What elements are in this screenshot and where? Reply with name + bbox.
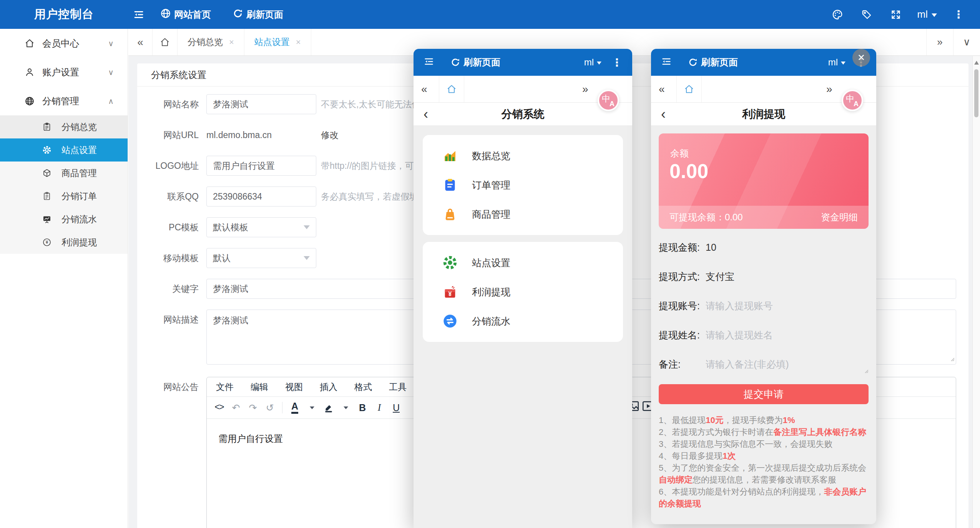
tag-icon[interactable] bbox=[852, 0, 881, 29]
tab-site-settings[interactable]: 站点设置 × bbox=[244, 29, 311, 55]
italic-icon[interactable]: I bbox=[371, 399, 388, 416]
menu-item-data-overview[interactable]: 数据总览 bbox=[423, 141, 623, 170]
sidebar-item-product-management[interactable]: 商品管理 bbox=[0, 162, 128, 185]
contact-qq-input[interactable] bbox=[206, 187, 316, 207]
field-label: 提现账号: bbox=[659, 300, 706, 312]
field-helper: 带http://的图片链接，可以 bbox=[321, 156, 423, 176]
close-icon[interactable]: × bbox=[229, 37, 234, 47]
menu-item-site-settings[interactable]: 站点设置 bbox=[423, 248, 623, 277]
text-color-caret[interactable] bbox=[303, 399, 320, 416]
field-label: 网站名称 bbox=[137, 94, 206, 114]
more-menu-icon[interactable]: ⋮ bbox=[611, 56, 622, 69]
sidebar-item-member-center[interactable]: 会员中心 ∨ bbox=[0, 29, 128, 58]
editor-menu-edit[interactable]: 编辑 bbox=[251, 381, 268, 393]
translate-avatar[interactable]: 中 A bbox=[842, 90, 863, 111]
tabs-scroll-left-button[interactable]: « bbox=[128, 29, 152, 55]
tab-distribution-overview[interactable]: 分销总览 × bbox=[178, 29, 244, 55]
tab-home[interactable] bbox=[676, 76, 702, 102]
menu-item-product-management[interactable]: 商品管理 bbox=[423, 200, 623, 229]
withdraw-row-remark: 备注: bbox=[659, 350, 869, 379]
select-value: 默认模板 bbox=[213, 222, 248, 233]
tabs-scroll-left-button[interactable]: « bbox=[659, 83, 676, 95]
back-icon[interactable]: ‹ bbox=[661, 107, 666, 121]
text-color-button[interactable]: A bbox=[286, 399, 303, 416]
tab-home[interactable] bbox=[152, 29, 178, 55]
close-modal-button[interactable]: ✕ bbox=[852, 49, 870, 67]
funds-detail-link[interactable]: 资金明细 bbox=[821, 211, 858, 223]
highlight-color-caret[interactable] bbox=[337, 399, 354, 416]
back-icon[interactable]: ‹ bbox=[424, 107, 428, 121]
menu-item-order-management[interactable]: 订单管理 bbox=[423, 170, 623, 200]
sidebar-fold-icon[interactable] bbox=[424, 56, 434, 68]
translate-avatar[interactable]: 中 A bbox=[598, 90, 619, 111]
mobile-template-select[interactable]: 默认 bbox=[206, 248, 316, 268]
editor-menu-tools[interactable]: 工具 bbox=[389, 381, 407, 393]
withdraw-method-value[interactable]: 支付宝 bbox=[706, 270, 734, 283]
sidebar-item-distribution[interactable]: 分销管理 ∧ bbox=[0, 87, 128, 115]
tabs-scroll-right-button[interactable]: » bbox=[926, 29, 953, 55]
theme-palette-icon[interactable] bbox=[823, 0, 852, 29]
sidebar-item-distribution-flow[interactable]: 分销流水 bbox=[0, 208, 128, 231]
sidebar-fold-icon[interactable] bbox=[128, 0, 149, 29]
refresh-page-button[interactable]: 刷新页面 bbox=[688, 56, 738, 68]
highlight-color-button[interactable] bbox=[320, 399, 337, 416]
menu-item-label: 分销流水 bbox=[472, 315, 510, 328]
menu-item-distribution-flow[interactable]: 分销流水 bbox=[423, 306, 623, 336]
logo-url-input[interactable] bbox=[206, 156, 316, 176]
more-menu-icon[interactable]: ⋮ bbox=[944, 0, 973, 29]
resize-grip-icon[interactable] bbox=[863, 368, 869, 375]
transfer-icon bbox=[441, 312, 459, 330]
redo-icon[interactable]: ↷ bbox=[244, 399, 261, 416]
sidebar-fold-icon[interactable] bbox=[661, 56, 672, 68]
sidebar-item-distribution-overview[interactable]: 分销总览 bbox=[0, 115, 128, 138]
top-header: 用户控制台 网站首页 刷新页面 ml ⋮ bbox=[0, 0, 980, 29]
restore-draft-icon[interactable]: ↺ bbox=[261, 399, 278, 416]
withdraw-amount-value[interactable]: 10 bbox=[706, 242, 716, 253]
user-menu[interactable]: ml bbox=[828, 57, 845, 68]
undo-icon[interactable]: ↶ bbox=[228, 399, 244, 416]
withdraw-remark-input[interactable] bbox=[706, 359, 844, 370]
underline-icon[interactable]: U bbox=[388, 399, 405, 416]
sidebar-item-label: 站点设置 bbox=[61, 144, 97, 156]
menu-item-label: 数据总览 bbox=[472, 150, 510, 162]
user-menu[interactable]: ml bbox=[584, 57, 601, 68]
site-name-input[interactable] bbox=[206, 94, 316, 114]
tabs-scroll-left-button[interactable]: « bbox=[421, 83, 439, 95]
refresh-page-button[interactable]: 刷新页面 bbox=[222, 0, 294, 29]
chevron-down-icon bbox=[932, 13, 937, 17]
source-code-icon[interactable]: <> bbox=[211, 399, 228, 416]
modify-url-link[interactable]: 修改 bbox=[321, 125, 339, 145]
tabs-scroll-right-button[interactable]: » bbox=[582, 83, 600, 95]
withdraw-notes: 1、最低提现10元，提现手续费为1% 2、若提现方式为银行卡时请在备注里写上具体… bbox=[659, 414, 869, 510]
submit-withdraw-button[interactable]: 提交申请 bbox=[659, 384, 869, 404]
site-home-button[interactable]: 网站首页 bbox=[149, 0, 222, 29]
editor-menu-format[interactable]: 格式 bbox=[354, 381, 372, 393]
refresh-page-button[interactable]: 刷新页面 bbox=[450, 56, 500, 68]
sidebar-item-distribution-orders[interactable]: 分销订单 bbox=[0, 185, 128, 208]
page-scrollbar[interactable] bbox=[972, 56, 980, 528]
scroll-up-arrow-icon[interactable] bbox=[974, 61, 979, 65]
tabs-menu-button[interactable]: ∨ bbox=[953, 29, 980, 55]
note-line: 2、若提现方式为银行卡时请在备注里写上具体银行名称 bbox=[659, 426, 869, 438]
sidebar-item-account-settings[interactable]: 账户设置 ∨ bbox=[0, 58, 128, 87]
header-right: ml ⋮ bbox=[823, 0, 980, 29]
tabs-scroll-right-button[interactable]: » bbox=[826, 83, 844, 95]
user-menu[interactable]: ml bbox=[910, 8, 944, 20]
resize-grip-icon[interactable] bbox=[949, 356, 955, 363]
sidebar-item-site-settings[interactable]: 站点设置 bbox=[0, 138, 128, 162]
chevron-down-icon bbox=[304, 256, 310, 260]
editor-menu-insert[interactable]: 插入 bbox=[320, 381, 337, 393]
bold-icon[interactable]: B bbox=[354, 399, 371, 416]
editor-menu-view[interactable]: 视图 bbox=[285, 381, 303, 393]
pc-template-select[interactable]: 默认模板 bbox=[206, 217, 316, 237]
tab-home[interactable] bbox=[439, 76, 464, 102]
withdraw-name-input[interactable] bbox=[706, 330, 844, 341]
menu-item-profit-withdraw[interactable]: ¥ 利润提现 bbox=[423, 277, 623, 306]
chevron-down-icon bbox=[841, 62, 845, 65]
withdraw-account-input[interactable] bbox=[706, 300, 844, 311]
fullscreen-icon[interactable] bbox=[881, 0, 910, 29]
close-icon[interactable]: × bbox=[296, 37, 301, 47]
editor-menu-file[interactable]: 文件 bbox=[216, 381, 234, 393]
scrollbar-thumb[interactable] bbox=[974, 69, 978, 117]
sidebar-item-profit-withdraw[interactable]: ¥ 利润提现 bbox=[0, 231, 128, 254]
